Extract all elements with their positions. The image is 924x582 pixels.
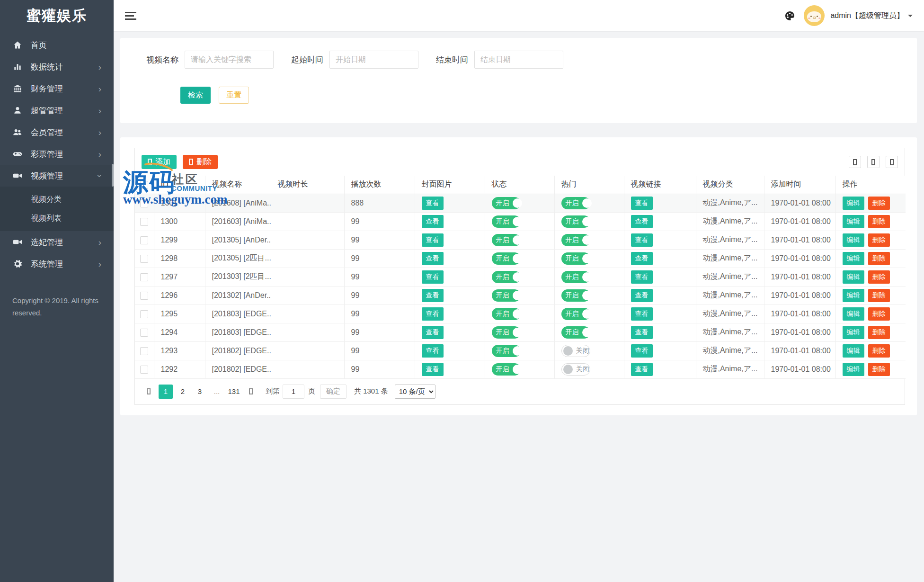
status-toggle[interactable]: 开启 [492,345,521,357]
edit-button[interactable]: 编辑 [843,344,864,358]
prev-page-button[interactable] [142,385,156,399]
edit-button[interactable]: 编辑 [843,197,864,210]
username-text[interactable]: admin【超级管理员】 [830,11,904,21]
edit-button[interactable]: 编辑 [843,215,864,228]
sidebar-item-财务管理[interactable]: 财务管理› [0,78,114,99]
select-all-checkbox[interactable] [140,181,148,189]
cover-view-button[interactable]: 查看 [422,197,444,210]
sidebar-item-视频管理[interactable]: 视频管理› [0,165,114,187]
hot-toggle[interactable]: 开启 [561,252,590,265]
status-toggle[interactable]: 开启 [492,326,521,339]
hot-toggle[interactable]: 开启 [561,215,590,228]
sidebar-item-数据统计[interactable]: 数据统计› [0,56,114,78]
delete-button[interactable]: 删除 [868,344,890,358]
video-name-input[interactable] [185,51,274,69]
cover-view-button[interactable]: 查看 [422,215,444,228]
page-button-131[interactable]: 131 [227,385,241,399]
add-button[interactable]: 添加 [142,155,177,169]
theme-palette-icon[interactable] [784,10,795,21]
delete-button[interactable]: 删除 [868,233,890,247]
hot-toggle[interactable]: 开启 [561,326,590,339]
cover-view-button[interactable]: 查看 [422,252,444,265]
status-toggle[interactable]: 开启 [492,289,521,302]
print-icon[interactable] [886,156,898,168]
end-date-input[interactable] [474,51,563,69]
delete-button[interactable]: 删除 [868,215,890,228]
edit-button[interactable]: 编辑 [843,289,864,302]
start-date-input[interactable] [329,51,418,69]
status-toggle[interactable]: 开启 [492,215,521,228]
status-toggle[interactable]: 开启 [492,197,521,209]
status-toggle[interactable]: 开启 [492,308,521,320]
sidebar-subitem-视频分类[interactable]: 视频分类 [0,190,114,209]
row-checkbox[interactable] [140,255,148,263]
sidebar-item-超管管理[interactable]: 超管管理› [0,99,114,121]
delete-button[interactable]: 删除 [868,252,890,265]
link-view-button[interactable]: 查看 [631,270,653,284]
row-checkbox[interactable] [140,329,148,337]
status-toggle[interactable]: 开启 [492,234,521,246]
link-view-button[interactable]: 查看 [631,233,653,247]
cover-view-button[interactable]: 查看 [422,270,444,284]
edit-button[interactable]: 编辑 [843,252,864,265]
hot-toggle[interactable]: 关闭 [561,345,590,357]
sidebar-item-首页[interactable]: 首页 [0,34,114,56]
menu-toggle-icon[interactable] [125,12,136,20]
hot-toggle[interactable]: 开启 [561,197,590,209]
row-checkbox[interactable] [140,236,148,244]
page-button-2[interactable]: 2 [176,385,190,399]
cover-view-button[interactable]: 查看 [422,289,444,302]
search-button[interactable]: 检索 [180,87,211,104]
row-checkbox[interactable] [140,218,148,226]
hot-toggle[interactable]: 开启 [561,234,590,246]
batch-delete-button[interactable]: 删除 [183,155,218,169]
page-button-1[interactable]: 1 [159,385,173,399]
sidebar-scrollbar[interactable] [112,164,114,187]
goto-confirm-button[interactable]: 确定 [320,385,346,399]
link-view-button[interactable]: 查看 [631,344,653,358]
link-view-button[interactable]: 查看 [631,289,653,302]
hot-toggle[interactable]: 开启 [561,271,590,283]
link-view-button[interactable]: 查看 [631,197,653,210]
reset-button[interactable]: 重置 [219,87,249,104]
hot-toggle[interactable]: 开启 [561,289,590,302]
edit-button[interactable]: 编辑 [843,307,864,321]
sidebar-item-会员管理[interactable]: 会员管理› [0,121,114,143]
row-checkbox[interactable] [140,273,148,281]
cover-view-button[interactable]: 查看 [422,363,444,376]
cover-view-button[interactable]: 查看 [422,233,444,247]
sidebar-item-选妃管理[interactable]: 选妃管理› [0,231,114,253]
delete-button[interactable]: 删除 [868,326,890,339]
delete-button[interactable]: 删除 [868,197,890,210]
page-button-3[interactable]: 3 [193,385,207,399]
link-view-button[interactable]: 查看 [631,326,653,339]
delete-button[interactable]: 删除 [868,307,890,321]
link-view-button[interactable]: 查看 [631,307,653,321]
row-checkbox[interactable] [140,347,148,355]
cover-view-button[interactable]: 查看 [422,326,444,339]
cover-view-button[interactable]: 查看 [422,344,444,358]
cover-view-button[interactable]: 查看 [422,307,444,321]
status-toggle[interactable]: 开启 [492,271,521,283]
delete-button[interactable]: 删除 [868,289,890,302]
goto-page-input[interactable] [283,385,304,399]
delete-button[interactable]: 删除 [868,363,890,376]
link-view-button[interactable]: 查看 [631,215,653,228]
sidebar-item-系统管理[interactable]: 系统管理› [0,253,114,275]
status-toggle[interactable]: 开启 [492,252,521,265]
sidebar-subitem-视频列表[interactable]: 视频列表 [0,209,114,228]
user-dropdown-caret-icon[interactable] [908,15,913,19]
edit-button[interactable]: 编辑 [843,326,864,339]
page-size-select[interactable]: 10 条/页 [395,385,435,399]
link-view-button[interactable]: 查看 [631,363,653,376]
edit-button[interactable]: 编辑 [843,270,864,284]
user-avatar[interactable] [804,5,825,26]
export-icon[interactable] [867,156,880,168]
row-checkbox[interactable] [140,310,148,318]
hot-toggle[interactable]: 关闭 [561,363,590,376]
row-checkbox[interactable] [140,199,148,207]
row-checkbox[interactable] [140,366,148,374]
sidebar-item-彩票管理[interactable]: 彩票管理› [0,143,114,165]
next-page-button[interactable] [244,385,258,399]
status-toggle[interactable]: 开启 [492,363,521,376]
